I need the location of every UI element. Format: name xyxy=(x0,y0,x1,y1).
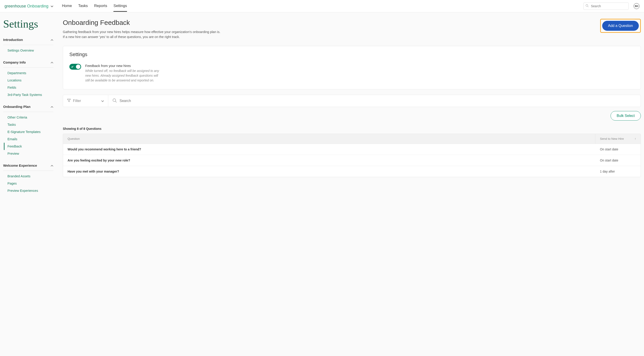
sidebar-item-emails[interactable]: Emails xyxy=(3,136,53,143)
logo-text-1: greenhouse xyxy=(4,4,26,8)
table-header: Question Send to New Hire ↑ xyxy=(63,134,640,144)
cell-send: On start date xyxy=(596,144,640,155)
sidebar-item-preview-experiences[interactable]: Preview Experiences xyxy=(3,187,53,194)
chevron-down-icon[interactable] xyxy=(50,4,53,8)
table-search-input[interactable] xyxy=(120,99,636,103)
chevron-up-icon xyxy=(50,164,53,167)
chevron-down-icon xyxy=(101,99,104,103)
th-question[interactable]: Question xyxy=(63,134,596,144)
main-desc-2: If a new hire can answer 'yes' to all of… xyxy=(63,35,220,40)
sidebar-item-other-criteria[interactable]: Other Criteria xyxy=(3,114,53,121)
sort-ascending-icon: ↑ xyxy=(634,137,636,140)
toggle-label: Feedback from your new hires xyxy=(85,64,162,68)
check-icon xyxy=(71,65,74,69)
add-question-highlight: Add a Question xyxy=(600,19,641,33)
table-row[interactable]: Have you met with your manager? 1 day af… xyxy=(63,166,640,177)
page-title: Settings xyxy=(3,18,53,30)
filter-icon xyxy=(67,99,71,103)
main-desc-1: Gathering feedback from your new hires h… xyxy=(63,30,220,35)
svg-point-2 xyxy=(113,99,116,102)
settings-card-title: Settings xyxy=(69,52,634,58)
svg-line-1 xyxy=(588,6,589,7)
sidebar-item-esignature[interactable]: E-Signature Templates xyxy=(3,128,53,136)
sidebar-item-fields[interactable]: Fields xyxy=(3,84,53,91)
sidebar-section-label: Onboarding Plan xyxy=(3,105,30,109)
sidebar-section-label: Welcome Experience xyxy=(3,164,37,167)
nav-links: Home Tasks Reports Settings xyxy=(62,1,127,12)
chevron-up-icon xyxy=(50,60,53,64)
sidebar-item-feedback[interactable]: Feedback xyxy=(4,143,53,150)
nav-tasks[interactable]: Tasks xyxy=(78,1,88,12)
cell-question: Have you met with your manager? xyxy=(63,166,596,177)
cell-question: Are you feeling excited by your new role… xyxy=(63,155,596,166)
sidebar-section-label: Company Info xyxy=(3,60,26,64)
avatar[interactable]: BH xyxy=(634,3,640,9)
cell-question: Would you recommend working here to a fr… xyxy=(63,144,596,155)
questions-table: Question Send to New Hire ↑ Would you re… xyxy=(63,134,641,177)
table-row[interactable]: Are you feeling excited by your new role… xyxy=(63,155,640,166)
toggle-description: While turned off, no feedback will be as… xyxy=(85,69,162,83)
main-content: Onboarding Feedback Gathering feedback f… xyxy=(56,13,644,356)
showing-count: Showing 8 of 8 Questions xyxy=(63,127,641,131)
sidebar: Settings Introduction Settings Overview … xyxy=(0,13,56,356)
nav-reports[interactable]: Reports xyxy=(94,1,107,12)
svg-line-3 xyxy=(116,101,116,102)
th-send-label: Send to New Hire xyxy=(600,137,624,140)
filter-label: Filter xyxy=(73,99,81,103)
nav-settings[interactable]: Settings xyxy=(114,1,127,12)
sidebar-item-departments[interactable]: Departments xyxy=(3,70,53,77)
cell-send: On start date xyxy=(596,155,640,166)
add-question-button[interactable]: Add a Question xyxy=(602,21,639,31)
sidebar-item-3rd-party[interactable]: 3rd-Party Task Systems xyxy=(3,91,53,98)
sidebar-section-welcome-experience[interactable]: Welcome Experience xyxy=(3,160,53,171)
sidebar-section-company-info[interactable]: Company Info xyxy=(3,57,53,68)
sidebar-item-pages[interactable]: Pages xyxy=(3,180,53,187)
global-search[interactable] xyxy=(584,3,629,10)
chevron-up-icon xyxy=(50,38,53,42)
global-search-input[interactable] xyxy=(584,3,629,10)
sidebar-item-locations[interactable]: Locations xyxy=(3,77,53,84)
settings-card: Settings Feedback from your new hires Wh… xyxy=(63,46,641,89)
chevron-up-icon xyxy=(50,105,53,109)
search-icon xyxy=(586,4,589,8)
sidebar-section-introduction[interactable]: Introduction xyxy=(3,35,53,45)
sidebar-section-onboarding-plan[interactable]: Onboarding Plan xyxy=(3,102,53,112)
top-nav: greenhouse Onboarding Home Tasks Reports… xyxy=(0,0,644,13)
table-search[interactable] xyxy=(108,95,640,107)
sidebar-item-branded-assets[interactable]: Branded Assets xyxy=(3,173,53,180)
search-icon xyxy=(112,98,117,104)
sidebar-section-label: Introduction xyxy=(3,38,23,42)
bulk-select-button[interactable]: Bulk Select xyxy=(610,111,641,121)
table-row[interactable]: Would you recommend working here to a fr… xyxy=(63,144,640,155)
sidebar-item-settings-overview[interactable]: Settings Overview xyxy=(3,47,53,54)
svg-point-0 xyxy=(586,5,588,7)
main-title: Onboarding Feedback xyxy=(63,19,220,27)
feedback-toggle[interactable] xyxy=(69,64,81,70)
cell-send: 1 day after xyxy=(596,166,640,177)
filter-bar: Filter xyxy=(63,95,641,107)
nav-home[interactable]: Home xyxy=(62,1,72,12)
th-send-to-new-hire[interactable]: Send to New Hire ↑ xyxy=(596,134,640,144)
sidebar-item-tasks[interactable]: Tasks xyxy=(3,121,53,128)
logo[interactable]: greenhouse Onboarding xyxy=(4,4,53,9)
logo-text-2: Onboarding xyxy=(27,4,48,8)
sidebar-item-preview[interactable]: Preview xyxy=(3,150,53,157)
filter-button[interactable]: Filter xyxy=(63,95,108,107)
